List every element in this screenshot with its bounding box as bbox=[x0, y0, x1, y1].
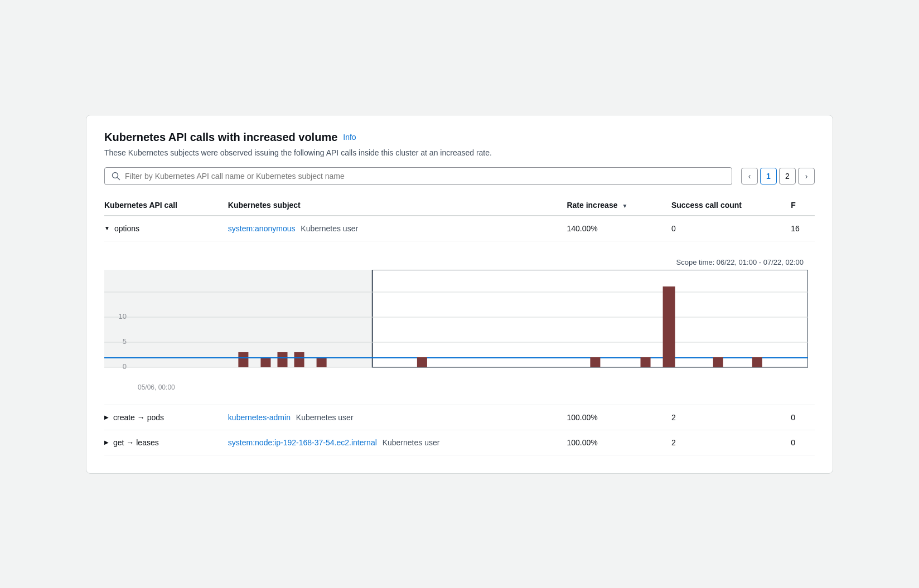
svg-rect-18 bbox=[590, 357, 600, 367]
col-header-subject: Kubernetes subject bbox=[228, 195, 567, 216]
svg-rect-19 bbox=[641, 357, 651, 367]
expand-icon[interactable]: ▼ bbox=[104, 225, 110, 231]
fail-cell: 16 bbox=[791, 216, 815, 241]
chart-container: Scope time: 06/22, 01:00 - 07/22, 02:00 bbox=[104, 249, 808, 397]
search-icon bbox=[112, 172, 120, 181]
api-call-cell: ▼ options bbox=[104, 216, 228, 241]
rate-cell: 140.00% bbox=[567, 216, 671, 241]
page-2-button[interactable]: 2 bbox=[779, 168, 796, 184]
success-cell: 2 bbox=[671, 405, 791, 430]
subject-type: Kubernetes user bbox=[296, 413, 354, 422]
api-call-cell: ▶ create → pods bbox=[104, 405, 228, 430]
scope-time: Scope time: 06/22, 01:00 - 07/22, 02:00 bbox=[104, 258, 808, 270]
api-call-cell: ▶ get → leases bbox=[104, 430, 228, 455]
title-row: Kubernetes API calls with increased volu… bbox=[104, 131, 815, 144]
fail-cell: 0 bbox=[791, 430, 815, 455]
svg-rect-13 bbox=[277, 352, 287, 367]
svg-rect-15 bbox=[317, 357, 327, 367]
svg-rect-20 bbox=[663, 286, 675, 367]
svg-rect-14 bbox=[294, 352, 304, 367]
subject-cell: system:node:ip-192-168-37-54.ec2.interna… bbox=[228, 430, 567, 455]
search-row: ‹ 1 2 › bbox=[104, 167, 815, 185]
page-1-button[interactable]: 1 bbox=[760, 168, 777, 184]
next-page-button[interactable]: › bbox=[798, 168, 815, 184]
success-cell: 0 bbox=[671, 216, 791, 241]
svg-rect-12 bbox=[260, 357, 270, 367]
table-row: ▼ options system:anonymous Kubernetes us… bbox=[104, 216, 815, 241]
chart-row: Scope time: 06/22, 01:00 - 07/22, 02:00 bbox=[104, 241, 815, 405]
chart-svg: 0 5 10 bbox=[104, 270, 808, 381]
svg-text:0: 0 bbox=[123, 362, 127, 371]
svg-line-1 bbox=[118, 177, 120, 179]
success-cell: 2 bbox=[671, 430, 791, 455]
search-input[interactable] bbox=[125, 172, 725, 181]
svg-text:10: 10 bbox=[119, 312, 127, 320]
info-link[interactable]: Info bbox=[343, 133, 356, 142]
col-header-success: Success call count bbox=[671, 195, 791, 216]
svg-rect-3 bbox=[373, 270, 808, 367]
chart-date-label: 05/06, 00:00 bbox=[104, 381, 808, 397]
expand-icon[interactable]: ▶ bbox=[104, 439, 109, 445]
col-header-api-call: Kubernetes API call bbox=[104, 195, 228, 216]
chart-area: 0 5 10 bbox=[104, 270, 808, 381]
subject-link[interactable]: system:node:ip-192-168-37-54.ec2.interna… bbox=[228, 438, 377, 447]
table-header-row: Kubernetes API call Kubernetes subject R… bbox=[104, 195, 815, 216]
svg-text:5: 5 bbox=[123, 337, 127, 346]
search-box[interactable] bbox=[104, 167, 732, 185]
fail-cell: 0 bbox=[791, 405, 815, 430]
subject-cell: system:anonymous Kubernetes user bbox=[228, 216, 567, 241]
svg-rect-17 bbox=[417, 357, 427, 367]
rate-cell: 100.00% bbox=[567, 430, 671, 455]
table-row: ▶ get → leases system:node:ip-192-168-37… bbox=[104, 430, 815, 455]
table-row: ▶ create → pods kubernetes-admin Kuberne… bbox=[104, 405, 815, 430]
page-title: Kubernetes API calls with increased volu… bbox=[104, 131, 337, 144]
page-subtitle: These Kubernetes subjects were observed … bbox=[104, 148, 815, 157]
subject-type: Kubernetes user bbox=[383, 438, 440, 447]
chart-cell: Scope time: 06/22, 01:00 - 07/22, 02:00 bbox=[104, 241, 815, 405]
main-card: Kubernetes API calls with increased volu… bbox=[86, 115, 833, 474]
subject-cell: kubernetes-admin Kubernetes user bbox=[228, 405, 567, 430]
svg-rect-11 bbox=[238, 352, 248, 367]
sort-icon: ▼ bbox=[622, 203, 627, 209]
pagination: ‹ 1 2 › bbox=[741, 168, 815, 184]
prev-page-button[interactable]: ‹ bbox=[741, 168, 758, 184]
subject-link[interactable]: system:anonymous bbox=[228, 224, 296, 233]
svg-rect-22 bbox=[752, 357, 762, 367]
subject-link[interactable]: kubernetes-admin bbox=[228, 413, 291, 422]
col-header-rate[interactable]: Rate increase ▼ bbox=[567, 195, 671, 216]
api-calls-table: Kubernetes API call Kubernetes subject R… bbox=[104, 195, 815, 455]
svg-rect-21 bbox=[713, 357, 723, 367]
col-header-fail: F bbox=[791, 195, 815, 216]
rate-cell: 100.00% bbox=[567, 405, 671, 430]
subject-type: Kubernetes user bbox=[301, 224, 358, 233]
expand-icon[interactable]: ▶ bbox=[104, 414, 109, 420]
